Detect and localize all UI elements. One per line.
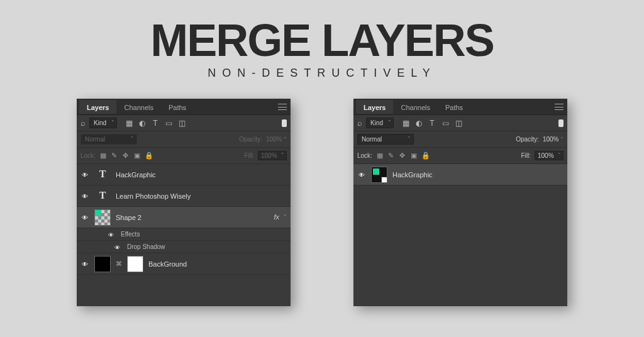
lock-transparent-icon[interactable]: ▦ [376,152,384,160]
blend-mode-dropdown[interactable]: Normal [357,134,414,145]
adjustment-filter-icon[interactable]: ◐ [138,119,147,128]
panel-menu-icon[interactable] [555,104,564,110]
tab-layers[interactable]: Layers [356,100,393,114]
opacity-value[interactable]: 100% [266,136,287,143]
layer-name-label: Learn Photoshop Wisely [116,192,191,200]
lock-label: Lock: [80,152,96,159]
lock-label: Lock: [357,152,372,159]
layer-name-label: HackGraphic [116,171,156,179]
layer-thumb [94,256,111,272]
filter-row: Kind ▦ ◐ T ▭ ◫ [353,115,567,131]
visibility-icon[interactable] [80,192,89,201]
type-filter-icon[interactable]: T [151,119,160,128]
filter-type-icons: ▦ ◐ T ▭ ◫ [401,119,463,128]
layer-name-label: BackGround [148,260,187,268]
page-subtitle: NON-DESTRUCTIVELY [0,67,644,80]
lock-row: Lock: ▦ ✎ ✥ ▣ 🔒 Fill: 100% [77,148,291,164]
filter-toggle-icon[interactable] [558,119,564,127]
smartobj-filter-icon[interactable]: ◫ [177,119,186,128]
visibility-icon[interactable] [80,213,89,222]
tab-layers[interactable]: Layers [79,100,116,114]
panel-menu-icon[interactable] [278,104,287,110]
visibility-icon[interactable] [80,260,89,268]
search-icon [80,118,86,128]
blend-row: Normal Opacity: 100% [77,131,291,148]
layer-list: HackGraphic [353,164,567,306]
filter-toggle-icon[interactable] [282,119,287,127]
fill-label: Fill: [521,152,531,159]
lock-position-icon[interactable]: ✥ [399,152,406,160]
lock-row: Lock: ▦ ✎ ✥ ▣ 🔒 Fill: 100% [353,148,567,164]
type-filter-icon[interactable]: T [428,119,436,128]
lock-pixels-icon[interactable]: ✎ [111,152,118,160]
page-title: MERGE LAYERS [0,18,644,63]
shape-filter-icon[interactable]: ▭ [441,119,450,128]
visibility-icon[interactable] [80,170,89,179]
layer-row[interactable]: ⌘ BackGround [77,253,291,275]
smart-object-badge-icon [381,177,387,183]
tab-paths[interactable]: Paths [161,100,194,114]
adjustment-filter-icon[interactable]: ◐ [414,119,423,128]
fx-badge: fx [274,213,279,221]
opacity-label: Opacity: [239,136,262,143]
tab-channels[interactable]: Channels [393,100,437,114]
tab-paths[interactable]: Paths [438,100,470,114]
mask-link-icon[interactable]: ⌘ [116,260,122,267]
fill-label: Fill: [244,152,254,159]
layer-name-label: HackGraphic [392,171,433,179]
smartobj-filter-icon[interactable]: ◫ [454,119,463,128]
lock-transparent-icon[interactable]: ▦ [99,152,107,160]
fill-value[interactable]: 100% [258,151,287,160]
lock-all-icon[interactable]: 🔒 [145,152,152,160]
panel-tabs: Layers Channels Paths [353,99,567,115]
effects-row[interactable]: Effects [77,228,291,241]
mask-thumb [127,256,143,272]
type-layer-thumb: T [94,167,111,183]
type-layer-thumb: T [94,188,111,204]
layer-row[interactable]: T HackGraphic [77,164,291,185]
lock-all-icon[interactable]: 🔒 [421,152,429,160]
kind-dropdown[interactable]: Kind [89,118,117,128]
shape-layer-thumb [94,209,111,226]
shape-filter-icon[interactable]: ▭ [164,119,173,128]
effect-dropshadow-row[interactable]: Drop Shadow [77,241,291,253]
drop-shadow-label: Drop Shadow [127,243,165,250]
blend-mode-dropdown[interactable]: Normal [80,134,137,145]
layer-row[interactable]: HackGraphic [353,164,567,185]
layer-list: T HackGraphic T Learn Photoshop Wisely S… [77,164,291,306]
lock-pixels-icon[interactable]: ✎ [387,152,395,160]
lock-artboard-icon[interactable]: ▣ [410,152,418,160]
lock-artboard-icon[interactable]: ▣ [133,152,141,160]
search-icon [357,118,362,128]
visibility-icon[interactable] [357,170,366,179]
effects-label: Effects [121,231,140,238]
pixel-filter-icon[interactable]: ▦ [125,119,133,128]
filter-type-icons: ▦ ◐ T ▭ ◫ [125,119,186,128]
chevron-down-icon[interactable]: ˄ [284,214,287,220]
fill-value[interactable]: 100% [535,151,564,160]
layers-panel-before: Layers Channels Paths Kind ▦ ◐ T ▭ ◫ Nor… [77,99,291,306]
opacity-label: Opacity: [516,136,539,143]
lock-position-icon[interactable]: ✥ [122,152,130,160]
opacity-value[interactable]: 100% [543,136,564,143]
layer-row[interactable]: T Learn Photoshop Wisely [77,185,291,207]
layer-name-label: Shape 2 [116,214,142,221]
layers-panel-after: Layers Channels Paths Kind ▦ ◐ T ▭ ◫ Nor… [353,99,567,306]
panel-tabs: Layers Channels Paths [77,99,291,115]
filter-row: Kind ▦ ◐ T ▭ ◫ [77,115,291,131]
kind-dropdown[interactable]: Kind [366,118,394,128]
blend-row: Normal Opacity: 100% [353,131,567,148]
visibility-icon[interactable] [114,243,122,251]
visibility-icon[interactable] [108,230,116,238]
pixel-filter-icon[interactable]: ▦ [401,119,410,128]
tab-channels[interactable]: Channels [116,100,160,114]
layer-row[interactable]: Shape 2 fx ˄ [77,207,291,228]
smart-object-thumb [371,167,387,183]
